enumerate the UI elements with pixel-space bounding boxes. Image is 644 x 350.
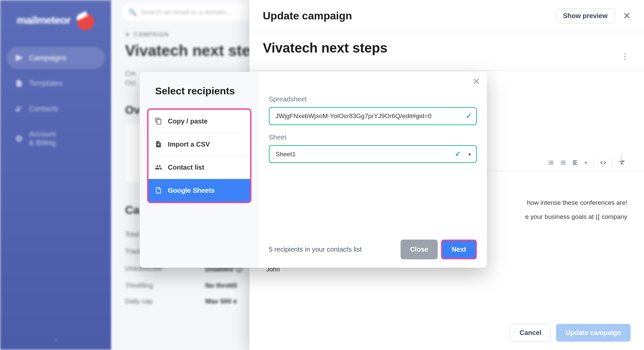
sheet-select[interactable]: Sheet1 [269,145,477,163]
modal-title: Select recipients [140,85,259,108]
spreadsheet-label: Spreadsheet [269,95,477,103]
recipient-source-options: Copy / paste Import a CSV Contact list G… [147,108,251,203]
check-icon: ✓ [466,112,472,120]
recipients-count: 5 recipients in your contacts list [269,246,362,253]
next-button[interactable]: Next [441,240,477,259]
close-button[interactable]: Close [401,240,437,259]
modal-sidebar: Select recipients Copy / paste Import a … [140,72,259,268]
option-label: Contact list [168,164,204,171]
copy-icon [154,117,163,125]
option-label: Import a CSV [168,141,210,148]
chevron-down-icon: ▾ [468,152,471,157]
sheet-label: Sheet [269,134,477,141]
sheet-icon [154,186,163,194]
option-import-csv[interactable]: Import a CSV [148,133,250,156]
close-icon[interactable]: ✕ [472,76,480,87]
option-label: Copy / paste [168,117,208,125]
spreadsheet-input[interactable] [269,107,477,125]
option-google-sheets[interactable]: Google Sheets [148,179,250,202]
option-contact-list[interactable]: Contact list [148,156,250,179]
modal-content: ✕ Spreadsheet ✓ Sheet Sheet1 ✓ ▾ 5 recip… [259,72,487,268]
upload-file-icon [154,140,163,148]
option-label: Google Sheets [168,187,215,194]
people-icon [154,163,163,171]
select-recipients-modal: Select recipients Copy / paste Import a … [140,72,487,268]
option-copy-paste[interactable]: Copy / paste [148,110,250,133]
check-icon: ✓ [455,150,461,159]
